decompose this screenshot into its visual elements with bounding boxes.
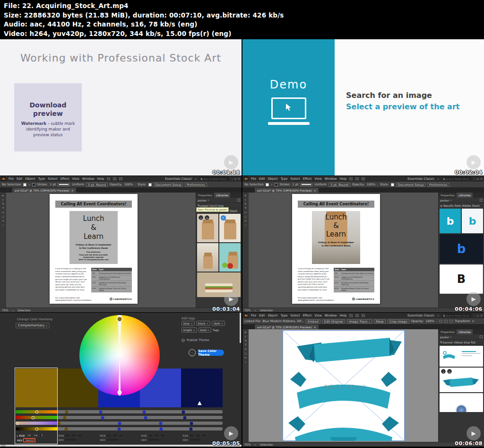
swatch-1[interactable] [16,369,57,407]
slider-handle[interactable] [118,422,121,425]
hamburger-icon[interactable]: ≡ [440,204,442,207]
layout-icon[interactable] [113,177,116,180]
opacity-value[interactable]: 100% [366,183,375,186]
remove-tag-icon[interactable]: × [221,322,224,325]
app-logo[interactable]: Ai [244,176,248,181]
scrollbar[interactable] [240,313,241,343]
stock-thumb-paper-bag[interactable]: ↓◎ [197,214,218,242]
adobe-stock-search-input[interactable]: Search Adobe Stock [199,177,229,180]
close-icon[interactable]: × [480,314,483,317]
slider-handle[interactable] [58,422,61,425]
maximize-icon[interactable]: ▫ [477,177,479,180]
stroke-swatch[interactable] [32,183,35,186]
menu-view[interactable]: View [314,314,321,317]
close-icon[interactable]: × [314,325,316,329]
window-controls[interactable]: – ▫ × [474,177,483,180]
stock-thumb-ribbon-flat[interactable]: ↓◎ [440,368,483,392]
document-tab[interactable]: evt-GCal* @ 75% (CMYK/GPU Preview) × [255,188,319,193]
poster-artboard[interactable]: Calling All Event Coordinators! Lunch & … [50,194,138,304]
workspace-switcher[interactable]: Essentials Classic [407,314,434,317]
pin-icon[interactable]: ◎ [447,369,452,374]
canvas[interactable]: Calling All Event Coordinators! Lunch & … [249,193,438,307]
fill-swatch[interactable] [266,183,269,186]
maximize-icon[interactable]: ▫ [234,177,236,180]
frame-title-slide[interactable]: Working with Professional Stock Art Down… [0,39,242,176]
opacity-value[interactable]: 100% [124,183,133,186]
style-swatch[interactable] [391,183,394,186]
play-overlay-icon[interactable]: ▶ [467,426,481,440]
close-icon[interactable]: × [472,319,474,323]
stroke-swatch[interactable] [275,183,278,186]
minimize-icon[interactable]: – [232,177,233,180]
workspace-switcher[interactable]: Essentials Classic [407,177,434,181]
library-selector[interactable]: poster ∨ [439,334,484,340]
horizontal-scrollbar[interactable] [0,445,242,447]
frame-illustrator-ribbons[interactable]: Ai File Edit Object Type Select Effect V… [242,313,484,447]
library-selector[interactable]: poster ∨ [439,198,484,203]
slider-handle[interactable] [32,416,35,419]
menu-window[interactable]: Window [325,177,337,181]
rgb-field[interactable] [119,434,124,437]
poster-artboard[interactable]: Calling All Event Coordinators! Lunch & … [292,194,380,304]
publish-theme-row[interactable]: Publish Theme [182,338,209,342]
menu-window[interactable]: Window [82,177,95,181]
menu-effect[interactable]: Effect [303,314,312,317]
layout-icon[interactable] [107,177,110,180]
close-icon[interactable]: × [71,189,74,192]
app-logo[interactable]: Ai [244,313,248,317]
grid-view-icon[interactable] [480,199,483,202]
align-icon[interactable] [449,320,453,323]
align-icon[interactable] [444,320,448,323]
menu-type[interactable]: Type [38,177,45,181]
adobe-stock-search-input[interactable]: Search Adobe Stock [442,177,471,180]
stock-thumb-ribbon-banner[interactable] [440,346,483,367]
harmony-dropdown[interactable]: Complementary ∨ [16,323,50,328]
maximize-icon[interactable]: ▫ [477,314,479,317]
hex-field[interactable] [147,438,160,441]
wheel-handle-primary[interactable] [117,316,123,322]
canvas[interactable]: Calling All Event Coordinators! Lunch & … [6,193,196,307]
close-icon[interactable]: × [238,177,240,180]
play-overlay-icon[interactable]: ▶ [224,292,238,306]
tab-properties[interactable]: Properties [196,193,214,198]
slider-handle[interactable] [118,427,121,430]
menu-file[interactable]: File [251,314,256,317]
stock-thumb-bag-on-table[interactable] [197,243,218,272]
slider-handle[interactable] [182,410,185,413]
rgb-field[interactable] [77,434,82,437]
rgb-g-field[interactable]: 106 [33,434,39,437]
stock-thumb-logo-light[interactable]: b [462,209,483,233]
hex-field[interactable] [106,438,119,441]
menu-view[interactable]: View [72,177,79,181]
align-icon[interactable] [439,320,442,323]
close-icon[interactable]: × [314,189,316,192]
menu-edit[interactable]: Edit [259,314,265,317]
slider-handle[interactable] [101,416,104,419]
workspace-switcher[interactable]: Essentials Classic [165,177,192,181]
fill-swatch[interactable] [23,183,26,186]
canvas[interactable]: Adobe Stock [249,329,438,442]
rgb-field[interactable] [201,434,207,437]
layout-icon[interactable] [362,177,365,180]
image-trace-button[interactable]: Image Trace ∨ [347,319,372,324]
menu-select[interactable]: Select [291,314,300,317]
tools-palette[interactable]: ▸▹✎T▭○✑⌕ [242,193,249,307]
document-tab[interactable]: evt-GCal* @ 75% (CMYK/GPU Preview) × [12,188,76,193]
stroke-profile[interactable]: Uniform [72,183,84,186]
layout-icon[interactable] [355,177,359,180]
play-overlay-icon[interactable]: ▶ [467,292,481,306]
play-overlay-icon[interactable]: ▶ [467,155,481,169]
menu-help[interactable]: Help [339,314,346,317]
stock-thumb-badge[interactable] [440,393,483,412]
menu-edit[interactable]: Edit [259,177,265,181]
menu-file[interactable]: File [251,177,256,181]
rgb-field[interactable] [154,434,159,437]
more-options-button[interactable]: ⋯ [189,349,196,356]
slider-handle[interactable] [144,416,147,419]
menu-effect[interactable]: Effect [60,177,69,181]
menu-help[interactable]: Help [97,177,104,181]
document-setup-button[interactable]: Document Setup [396,183,426,187]
edit-original-button[interactable]: Edit Original [322,319,345,324]
menu-type[interactable]: Type [281,177,288,181]
slider-row[interactable] [16,422,223,425]
